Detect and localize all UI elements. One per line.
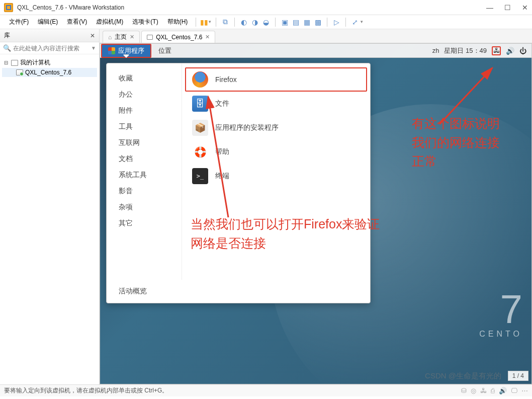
status-sound-icon: 🔊: [499, 387, 507, 394]
installer-icon: [192, 120, 208, 136]
menubar: 文件(F) 编辑(E) 查看(V) 虚拟机(M) 选项卡(T) 帮助(H) ▮▮…: [0, 15, 532, 29]
tab-home-close[interactable]: ✕: [130, 34, 134, 40]
vm-display[interactable]: 应用程序 位置 zh 星期日 15：49 🖧 🔊 ⏻: [100, 43, 532, 384]
main-split: 库 ✕ 🔍 ▼ ⊟ 我的计算机 QXL_Centos_7.6 ⌂ 主页: [0, 29, 532, 384]
maximize-button[interactable]: ☐: [504, 4, 511, 12]
status-display-icon: 🖵: [511, 387, 517, 394]
category-favorites[interactable]: 收藏: [107, 70, 182, 87]
snapshot-icon[interactable]: ◐: [239, 17, 249, 27]
status-disk-icon: ⛁: [461, 387, 467, 394]
snapshot-revert-icon[interactable]: ◑: [250, 17, 260, 27]
network-status-icon[interactable]: 🖧: [492, 46, 501, 55]
gnome-applications-button[interactable]: 应用程序: [101, 44, 151, 58]
gnome-lang[interactable]: zh: [432, 47, 439, 54]
gnome-places-label: 位置: [158, 46, 171, 55]
view-thumb-icon[interactable]: ▩: [313, 17, 323, 27]
status-cd-icon: ◎: [471, 387, 476, 394]
terminal-icon: [192, 168, 208, 184]
view-single-icon[interactable]: ▣: [280, 17, 290, 27]
power-icon[interactable]: ⏻: [519, 47, 526, 55]
console-icon[interactable]: ▷: [331, 17, 341, 27]
menu-help[interactable]: 帮助(H): [163, 16, 192, 28]
category-media[interactable]: 影音: [107, 183, 182, 199]
home-icon: ⌂: [108, 34, 112, 41]
menu-edit[interactable]: 编辑(E): [34, 16, 62, 28]
library-sidebar: 库 ✕ 🔍 ▼ ⊟ 我的计算机 QXL_Centos_7.6: [0, 29, 100, 384]
library-tree: ⊟ 我的计算机 QXL_Centos_7.6: [0, 54, 99, 80]
menu-tabs[interactable]: 选项卡(T): [128, 16, 162, 28]
tab-vm[interactable]: QXL_Centos_7.6 ✕: [141, 31, 215, 43]
search-icon: 🔍: [3, 44, 11, 52]
app-terminal-label: 终端: [215, 172, 229, 181]
window-controls: — ☐ ✕: [486, 4, 528, 12]
tab-vm-close[interactable]: ✕: [205, 34, 210, 40]
library-close-button[interactable]: ✕: [90, 32, 95, 39]
page-indicator: 1 / 4: [508, 371, 528, 381]
gnome-places-button[interactable]: 位置: [152, 44, 178, 58]
window-title: QXL_Centos_7.6 - VMware Workstation: [17, 4, 124, 11]
statusbar-text: 要将输入定向到该虚拟机，请在虚拟机内部单击或按 Ctrl+G。: [4, 386, 168, 395]
centos-name: CENTO: [479, 330, 522, 339]
app-files[interactable]: 文件: [185, 92, 367, 116]
snapshot-manage-icon[interactable]: ◒: [261, 17, 271, 27]
applications-icon: [108, 47, 115, 54]
firefox-icon: [192, 71, 208, 88]
tab-home-label: 主页: [115, 33, 127, 41]
statusbar: 要将输入定向到该虚拟机，请在虚拟机内部单击或按 Ctrl+G。 ⛁ ◎ 🖧 ⎙ …: [0, 384, 532, 396]
app-help-label: 帮助: [215, 147, 229, 156]
annotation-network-text: 有这个图标说明 我们的网络连接 正常: [412, 114, 500, 171]
gnome-clock[interactable]: 星期日 15：49: [444, 46, 487, 55]
volume-icon[interactable]: 🔊: [506, 47, 514, 55]
category-system[interactable]: 系统工具: [107, 167, 182, 183]
category-tools[interactable]: 工具: [107, 119, 182, 135]
category-other[interactable]: 其它: [107, 215, 182, 231]
close-button[interactable]: ✕: [522, 4, 528, 12]
help-icon: [192, 144, 208, 160]
files-icon: [192, 96, 208, 112]
menu-view[interactable]: 查看(V): [63, 16, 91, 28]
vm-tab-icon: [147, 35, 153, 40]
category-misc[interactable]: 杂项: [107, 199, 182, 215]
category-office[interactable]: 办公: [107, 87, 182, 103]
computer-icon: [11, 60, 18, 66]
app-firefox[interactable]: Firefox: [185, 67, 367, 92]
vm-icon: [16, 69, 23, 75]
app-files-label: 文件: [215, 99, 229, 108]
minimize-button[interactable]: —: [486, 4, 493, 12]
app-help[interactable]: 帮助: [185, 140, 367, 164]
status-usb-icon: ⎙: [491, 387, 495, 394]
category-list: 收藏 办公 附件 工具 互联网 文档 系统工具 影音 杂项 其它: [107, 63, 182, 280]
motherboard-icon[interactable]: ⧉: [220, 17, 230, 27]
library-search-input[interactable]: [13, 45, 89, 52]
twisty-icon[interactable]: ⊟: [4, 60, 9, 65]
menu-file[interactable]: 文件(F): [5, 16, 33, 28]
view-unity-icon[interactable]: ▦: [302, 17, 312, 27]
library-header: 库 ✕: [0, 29, 99, 42]
applications-menu: 收藏 办公 附件 工具 互联网 文档 系统工具 影音 杂项 其它: [106, 63, 371, 303]
category-internet[interactable]: 互联网: [107, 135, 182, 151]
tree-vm-qxl-centos[interactable]: QXL_Centos_7.6: [2, 68, 97, 77]
library-search: 🔍 ▼: [0, 42, 99, 54]
vm-tabs: ⌂ 主页 ✕ QXL_Centos_7.6 ✕: [100, 29, 532, 43]
annotation-firefox-text: 当然我们也可以打开Firefox来验证 网络是否连接: [191, 215, 380, 253]
pause-button[interactable]: ▮▮: [200, 18, 208, 26]
app-terminal[interactable]: 终端: [185, 164, 367, 188]
gnome-applications-label: 应用程序: [118, 46, 144, 55]
category-accessories[interactable]: 附件: [107, 103, 182, 119]
window-titlebar: QXL_Centos_7.6 - VMware Workstation — ☐ …: [0, 0, 532, 15]
fullscreen-icon[interactable]: ⤢: [350, 17, 360, 27]
status-net-icon: 🖧: [480, 387, 487, 394]
vmware-logo-icon: [4, 3, 13, 12]
csdn-watermark: CSDN @生命是有光的: [425, 371, 501, 381]
gnome-topbar: 应用程序 位置 zh 星期日 15：49 🖧 🔊 ⏻: [100, 44, 531, 58]
tree-root-mycomputer[interactable]: ⊟ 我的计算机: [2, 57, 97, 68]
category-documents[interactable]: 文档: [107, 151, 182, 167]
tab-vm-label: QXL_Centos_7.6: [156, 34, 202, 41]
view-tabs-icon[interactable]: ▤: [291, 17, 301, 27]
search-dropdown-icon[interactable]: ▼: [91, 45, 96, 51]
app-installer[interactable]: 应用程序的安装程序: [185, 116, 367, 140]
tab-home[interactable]: ⌂ 主页 ✕: [103, 31, 140, 43]
tree-vm-label: QXL_Centos_7.6: [25, 69, 71, 76]
menu-vm[interactable]: 虚拟机(M): [92, 16, 127, 28]
activities-overview[interactable]: 活动概览: [107, 280, 370, 303]
